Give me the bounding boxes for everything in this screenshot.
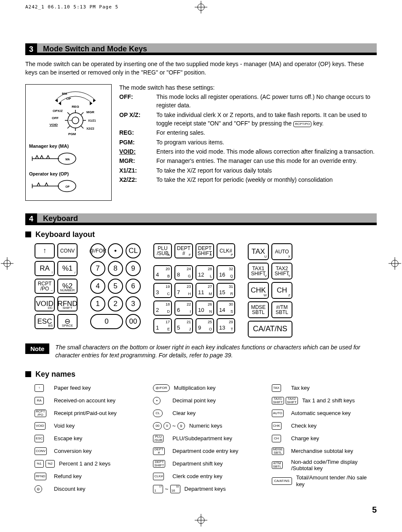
keycap-icon: CL — [153, 410, 162, 417]
section-3-title: Mode Switch and Mode Keys — [37, 43, 377, 55]
keyboard-key: 226I — [174, 301, 193, 316]
svg-point-13 — [72, 117, 79, 124]
keycap-icon: %1 — [35, 460, 44, 468]
key-name-label: Tax 1 and 2 shift keys — [302, 397, 355, 404]
operator-key-label: Operator key (OP) — [29, 171, 108, 177]
key-name-label: Decimal point key — [172, 397, 216, 404]
keyboard-key: AUTOX — [271, 243, 292, 260]
keyboard-key: CLK#P — [217, 243, 235, 258]
key-name-label: Charge key — [291, 435, 319, 442]
keyboard-key: 6 — [126, 279, 141, 294]
page-number: 5 — [25, 505, 377, 515]
svg-text:PGM: PGM — [68, 132, 76, 136]
key-name-row: TAXTax key — [272, 383, 377, 393]
keyboard-key: 2610N — [196, 301, 214, 316]
keyboard-key: 2 — [108, 296, 123, 311]
keyboard-key: ESCBS — [35, 314, 55, 329]
key-name-label: Total/Amount tender /No sale key — [296, 474, 377, 487]
key-name-label: Tax key — [291, 385, 310, 391]
keyboard-key: 215J — [174, 318, 193, 333]
keyboard-key: 9 — [126, 261, 141, 276]
key-name-row: %1%2Percent 1 and 2 keys — [35, 459, 139, 469]
key-name-row: #/TMSBTLNon-add code/Time display /Subto… — [272, 459, 377, 472]
square-bullet-icon — [25, 231, 31, 237]
keyboard-key: 248G — [174, 265, 193, 280]
keyboard-key: CHZ — [271, 282, 292, 299]
key-name-label: Numeric keys — [189, 423, 222, 429]
key-name-label: Multiplication key — [174, 385, 216, 391]
key-name-row: DEPTSHIFTDepartment shift key — [153, 459, 258, 469]
key-name-label: Check key — [291, 423, 317, 429]
keyboard-key: %1/ — [57, 261, 78, 276]
page: A242_1 06.1.10 5:13 PM Page 5 3 Mode Swi… — [0, 0, 402, 527]
key-name-label: Receipt print/Paid-out key — [54, 410, 117, 417]
key-name-row: 171~3216Department keys — [153, 484, 258, 494]
keyboard-key: 2711M — [196, 283, 214, 298]
keyboard-key: 237H — [174, 283, 193, 298]
key-name-row: CONVConversion key — [35, 446, 139, 456]
keyboard-key: 5 — [108, 279, 123, 294]
keycap-icon: CHK — [272, 422, 281, 430]
keycap-icon: TAX1SHIFT — [272, 397, 284, 404]
section-3-header: 3 Mode Switch and Mode Keys — [25, 43, 377, 55]
settings-row: VOID:Enters into the void mode. This mod… — [119, 147, 377, 156]
settings-row: OP X/Z:To take individual clerk X or Z r… — [119, 111, 377, 128]
keycap-icon: CA/AT/NS — [272, 477, 292, 485]
keycap-icon: PLU/SUB — [153, 435, 163, 442]
keycap-icon: 3216 — [170, 485, 180, 493]
keyboard-key: RA! — [35, 261, 55, 276]
svg-text:OP: OP — [65, 185, 70, 188]
key-name-row: RAReceived-on account key — [35, 396, 139, 406]
keyboard-key: 193C — [153, 283, 172, 298]
keyboard-key: CL — [126, 243, 141, 258]
keyboard-layout-heading: Keyboard layout — [25, 230, 377, 239]
key-names-table: ↑Paper feed keyRAReceived-on account key… — [35, 383, 377, 497]
crop-mark-bottom — [195, 514, 207, 527]
settings-row: PGM:To program various items. — [119, 138, 377, 146]
keycap-icon: CH — [272, 435, 281, 442]
keyboard-key: 259O — [196, 318, 214, 333]
svg-text:REG: REG — [72, 105, 79, 109]
key-name-row: VOIDVoid key — [35, 421, 139, 431]
key-name-row: CA/AT/NSTotal/Amount tender /No sale key — [272, 474, 377, 487]
key-name-label: Void key — [54, 423, 75, 429]
key-name-label: Received-on account key — [54, 397, 115, 404]
key-name-label: Clear key — [172, 410, 196, 417]
svg-line-22 — [81, 126, 83, 128]
settings-row: X1/Z1:To take the X/Z report for various… — [119, 166, 377, 175]
section-4-header: 4 Keyboard — [25, 213, 377, 225]
key-name-row: CLK#Clerk code entry key — [153, 471, 258, 481]
crop-mark-top — [195, 1, 207, 13]
svg-text:X1/Z1: X1/Z1 — [88, 119, 96, 122]
key-name-row: RFNDRefund key — [35, 471, 139, 481]
manager-key-label: Manager key (MA) — [29, 143, 108, 149]
keycap-icon: DEPTSHIFT — [153, 460, 165, 468]
keyboard-key: %2NUMBER — [57, 279, 78, 294]
note-text: The small characters on the bottom or lo… — [55, 343, 377, 360]
mode-switch-diagram: REG OPX/Z OFF VOID PGM MGR X1/Z1 X2/Z2 M… — [25, 84, 112, 200]
keycap-icon: VOID — [35, 422, 46, 430]
keycap-icon: RCPT/PO — [35, 410, 46, 417]
keyboard-key: RFNDSHIFT — [57, 296, 78, 311]
key-name-row: CHCharge key — [272, 434, 377, 444]
section-3-intro: The mode switch can be operated by inser… — [25, 60, 377, 77]
key-name-label: PLU/Subdepartment key — [172, 435, 232, 442]
keyboard-key: 2812L — [196, 265, 214, 280]
note-block: Note The small characters on the bottom … — [25, 343, 377, 360]
keyboard-key: 8 — [108, 261, 123, 276]
key-name-row: CHKCheck key — [272, 421, 377, 431]
keyboard-key: 3 — [126, 296, 141, 311]
keyboard-key: • — [108, 243, 123, 258]
key-name-row: CLClear key — [153, 408, 258, 418]
settings-row: MGR:For manager's entries. The manager c… — [119, 157, 377, 165]
svg-text:MA: MA — [62, 92, 67, 96]
svg-line-18 — [67, 126, 70, 128]
note-label: Note — [25, 343, 49, 354]
key-name-label: Paper feed key — [54, 385, 91, 391]
operator-key-icon: OP — [29, 178, 80, 194]
svg-text:OPX/Z: OPX/Z — [53, 109, 63, 113]
key-name-label: Conversion key — [54, 448, 92, 455]
keycap-icon: ~ — [172, 423, 176, 429]
key-name-label: Non-add code/Time display /Subtotal key — [291, 459, 377, 472]
svg-text:X2/Z2: X2/Z2 — [86, 127, 94, 130]
